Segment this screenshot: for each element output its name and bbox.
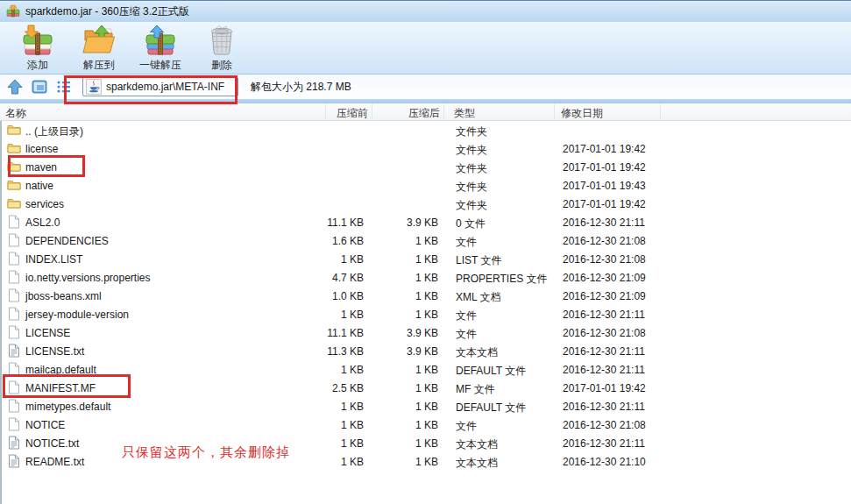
table-row[interactable]: ASL2.0 11.1 KB 3.9 KB 0 文件 2016-12-30 21…	[2, 213, 849, 231]
file-size-after: 1 KB	[377, 290, 438, 302]
file-date: 2017-01-01 19:42	[563, 161, 646, 174]
extract-to-button[interactable]: 解压到	[68, 22, 130, 75]
text-file-icon	[7, 454, 21, 468]
add-button[interactable]: 添加	[7, 22, 68, 75]
table-row[interactable]: mimetypes.default 1 KB 1 KB DEFAULT 文件 2…	[2, 397, 849, 415]
table-row[interactable]: jersey-module-version 1 KB 1 KB 文件 2016-…	[2, 305, 849, 323]
folder-icon	[7, 160, 21, 174]
file-size-before: 1.6 KB	[289, 235, 364, 247]
file-type: MF 文件	[456, 382, 495, 397]
file-size-before: 1 KB	[289, 456, 364, 468]
file-name: LICENSE.txt	[25, 345, 84, 358]
header-type[interactable]: 类型	[454, 106, 475, 121]
file-type: 文件夹	[456, 198, 487, 213]
header-date[interactable]: 修改日期	[561, 106, 603, 121]
table-row[interactable]: maven 文件夹 2017-01-01 19:42	[2, 158, 849, 176]
file-size-before: 1 KB	[289, 437, 364, 450]
header-divider	[660, 104, 661, 119]
file-size-after: 1 KB	[377, 272, 438, 284]
file-name: jersey-module-version	[25, 309, 129, 321]
file-date: 2016-12-30 21:09	[563, 290, 646, 302]
file-list: .. (上级目录) 文件夹 license 文件夹 2017-01-01 19:…	[0, 121, 849, 504]
table-row[interactable]: native 文件夹 2017-01-01 19:43	[2, 176, 849, 195]
header-size-before[interactable]: 压缩前	[289, 106, 368, 121]
table-row[interactable]: jboss-beans.xml 1.0 KB 1 KB XML 文档 2016-…	[2, 287, 849, 305]
file-name: INDEX.LIST	[25, 253, 82, 266]
table-row[interactable]: INDEX.LIST 1 KB 1 KB LIST 文件 2016-12-30 …	[2, 250, 849, 268]
table-row[interactable]: .. (上级目录) 文件夹	[2, 121, 849, 139]
header-divider	[325, 104, 326, 119]
file-type: 文件夹	[456, 180, 487, 195]
add-button-label: 添加	[27, 58, 48, 73]
file-type: 文件	[456, 327, 477, 342]
file-size-before: 1 KB	[289, 364, 364, 376]
table-row[interactable]: license 文件夹 2017-01-01 19:42	[2, 139, 849, 158]
table-row[interactable]: mailcap.default 1 KB 1 KB DEFAULT 文件 201…	[2, 360, 849, 379]
file-size-before: 4.7 KB	[289, 272, 364, 284]
file-icon	[7, 288, 21, 302]
folder-icon	[7, 178, 21, 192]
file-date: 2017-01-01 19:42	[563, 143, 646, 155]
one-click-extract-button[interactable]: 一键解压	[130, 22, 191, 75]
file-icon	[7, 252, 21, 266]
file-date: 2016-12-30 21:08	[563, 235, 646, 247]
file-icon	[7, 399, 21, 413]
delete-button[interactable]: 删除	[191, 22, 252, 75]
view-mode-icon[interactable]	[30, 78, 49, 96]
titlebar: sparkdemo.jar - 360压缩 3.2正式版	[0, 0, 851, 22]
file-type: DEFAULT 文件	[456, 401, 526, 415]
file-name: MANIFEST.MF	[25, 382, 96, 394]
header-size-after[interactable]: 压缩后	[377, 106, 440, 121]
file-type: XML 文档	[456, 290, 501, 305]
file-type: 文件夹	[456, 161, 487, 176]
delete-icon	[204, 24, 239, 57]
text-file-icon	[7, 436, 21, 450]
file-size-before: 11.1 KB	[289, 327, 364, 339]
table-row[interactable]: MANIFEST.MF 2.5 KB 1 KB MF 文件 2017-01-01…	[2, 379, 849, 397]
360zip-window: sparkdemo.jar - 360压缩 3.2正式版 添加 解压	[0, 0, 851, 504]
file-name: NOTICE.txt	[25, 437, 79, 450]
file-icon	[7, 362, 21, 376]
file-size-after: 1 KB	[377, 253, 438, 266]
file-type: 文件夹	[456, 124, 487, 139]
file-date: 2016-12-30 21:11	[563, 401, 645, 413]
file-icon	[7, 417, 21, 431]
table-row[interactable]: NOTICE.txt 1 KB 1 KB 文本文档 2016-12-30 21:…	[2, 434, 849, 452]
table-row[interactable]: io.netty.versions.properties 4.7 KB 1 KB…	[2, 268, 849, 287]
table-row[interactable]: README.txt 1 KB 1 KB 文本文档 2016-12-30 21:…	[2, 452, 849, 471]
file-date: 2016-12-30 21:08	[563, 253, 646, 266]
path-input[interactable]: sparkdemo.jar\META-INF	[82, 77, 238, 96]
window-title: sparkdemo.jar - 360压缩 3.2正式版	[25, 4, 189, 19]
file-size-before: 2.5 KB	[289, 382, 364, 394]
file-size-before: 1.0 KB	[289, 290, 364, 302]
file-size-before: 1 KB	[289, 401, 364, 413]
file-date: 2016-12-30 21:09	[563, 272, 646, 284]
table-row[interactable]: LICENSE.txt 11.3 KB 3.9 KB 文本文档 2016-12-…	[2, 342, 849, 360]
file-icon	[7, 215, 21, 229]
file-type: 文本文档	[456, 345, 498, 360]
table-row[interactable]: NOTICE 1 KB 1 KB 文件 2016-12-30 21:08	[2, 415, 849, 434]
up-icon[interactable]	[5, 78, 25, 96]
file-size-after: 1 KB	[377, 437, 438, 450]
file-type: 0 文件	[456, 217, 486, 231]
table-row[interactable]: services 文件夹 2017-01-01 19:42	[2, 195, 849, 213]
list-view-icon[interactable]	[54, 78, 74, 96]
file-type: 文件	[456, 235, 477, 250]
table-row[interactable]: DEPENDENCIES 1.6 KB 1 KB 文件 2016-12-30 2…	[2, 231, 849, 250]
table-row[interactable]: LICENSE 11.1 KB 3.9 KB 文件 2016-12-30 21:…	[2, 323, 849, 342]
one-click-extract-icon	[143, 24, 178, 57]
file-icon	[7, 233, 21, 247]
file-type: LIST 文件	[456, 253, 501, 268]
file-name: .. (上级目录)	[25, 124, 83, 139]
file-date: 2016-12-30 21:11	[563, 364, 645, 376]
file-date: 2017-01-01 19:42	[563, 382, 646, 394]
file-date: 2016-12-30 21:11	[563, 437, 645, 450]
file-size-after: 1 KB	[377, 456, 438, 468]
file-icon	[7, 380, 21, 394]
file-icon	[7, 325, 21, 339]
header-name[interactable]: 名称	[5, 106, 26, 121]
header-divider	[554, 104, 555, 119]
file-size-before: 11.3 KB	[289, 345, 364, 358]
file-type: PROPERTIES 文件	[456, 272, 547, 287]
header-divider	[372, 104, 372, 119]
